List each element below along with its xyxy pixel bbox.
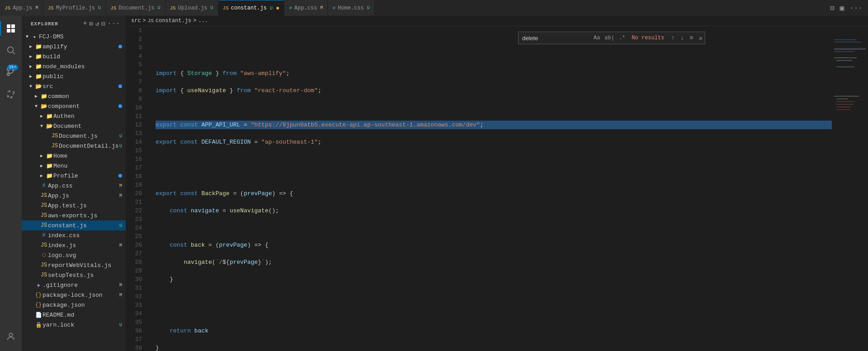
tab-label: constant.js [231,5,267,11]
collapse-icon[interactable]: ⊟ [101,20,105,28]
svg-rect-10 [832,26,868,342]
tab-badge: U [211,5,213,10]
code-editor[interactable]: 1 2 3 4 5 6 7 8 9 10 11 12 13 14 15 16 1 [126,26,832,351]
breadcrumb-js-icon: JS [148,18,154,23]
tree-item-index-js[interactable]: JS index.js M [22,240,126,250]
tree-item-reportwebvitals[interactable]: JS reportWebVitals.js [22,260,126,270]
folder-icon: 📁 [45,173,53,179]
tree-item-document-js[interactable]: JS Document.js U [22,131,126,141]
layout-icon[interactable]: ▣ [838,3,846,14]
activity-explorer[interactable] [0,18,22,39]
tree-item-app-test[interactable]: JS App.test.js [22,201,126,211]
split-editor-icon[interactable]: ⊟ [828,3,836,14]
tree-item-common[interactable]: ▶ 📁 common [22,91,126,101]
more-icon[interactable]: ··· [108,20,120,28]
tree-item-app-css[interactable]: # App.css M [22,181,126,191]
main-layout: 1k+ EXPLORER + ⊞ ↺ ⊟ ··· ▼ ▸ [0,16,868,351]
tree-item-package-lock[interactable]: {} package-lock.json M [22,290,126,300]
tree-item-documentdetail-js[interactable]: JS DocumentDetail.js U [22,141,126,151]
breadcrumb-symbol: ... [198,18,208,24]
tree-badge: M [119,293,122,298]
tree-item-authen[interactable]: ▶ 📁 Authen [22,111,126,121]
tree-item-amplify[interactable]: ▶ 📁 amplify [22,42,126,51]
tree-item-setuptests[interactable]: JS setupTests.js [22,270,126,280]
minimap-svg [832,26,868,342]
close-find-icon[interactable]: ✕ [697,33,705,43]
js-file-icon: JS [40,222,48,229]
json-file-icon: {} [34,292,42,298]
regex-icon[interactable]: .* [617,34,627,42]
js-file-icon: JS [40,202,48,209]
tree-item-document-folder[interactable]: ▼ 📂 Document [22,121,126,131]
tab-home-css[interactable]: # Home.css U [328,0,374,16]
js-file-icon: JS [40,272,48,278]
code-line [156,155,832,164]
tree-item-node-modules[interactable]: ▶ 📁 node_modules [22,61,126,71]
tree-item-menu[interactable]: ▶ 📁 Menu [22,161,126,171]
tree-item-yarn-lock[interactable]: 🔒 yarn.lock U [22,320,126,330]
tree-item-profile[interactable]: ▶ 📁 Profile [22,171,126,181]
breadcrumb-sep1: > [143,18,146,24]
tab-upload-js[interactable]: JS Upload.js U [165,0,218,16]
toggle-replace-icon[interactable]: ≡ [687,33,695,42]
refresh-icon[interactable]: ↺ [95,20,99,28]
folder-icon: 📁 [45,153,53,159]
folder-icon: 📁 [45,163,53,169]
tree-arrow: ▶ [38,163,45,168]
code-line: export const BackPage = (prevPage) => { [156,189,832,198]
new-folder-icon[interactable]: ⊞ [89,20,93,28]
new-file-icon[interactable]: + [83,20,87,28]
tree-item-aws-exports[interactable]: JS aws-exports.js [22,211,126,220]
no-results-label: No results [628,35,668,41]
js-file-icon: JS [110,5,116,11]
code-line [156,103,832,112]
tree-item-readme[interactable]: 📄 README.md [22,310,126,320]
tab-label: Upload.js [178,5,208,11]
tree-item-index-css[interactable]: # index.css [22,230,126,240]
code-line: export const DEFAULT_REGION = "ap-southe… [156,138,832,146]
activity-source-control[interactable]: 1k+ [0,61,22,83]
next-match-icon[interactable]: ↓ [678,33,686,42]
js-file-icon: JS [51,133,59,139]
activity-account[interactable] [0,326,22,347]
tree-item-home[interactable]: ▶ 📁 Home [22,151,126,161]
tree-arrow: ▶ [38,153,45,159]
tree-arrow: ▶ [27,74,34,79]
breadcrumb: src > JS constant.js > ... [126,16,868,26]
match-case-icon[interactable]: Aa [592,34,602,42]
folder-open-icon: 📂 [45,123,53,130]
tab-constant-js[interactable]: JS constant.js U ● [218,0,285,16]
activity-extensions[interactable] [0,83,22,104]
prev-match-icon[interactable]: ↑ [669,33,677,42]
code-line [156,172,832,181]
code-line: import { useNavigate } from "react-route… [156,86,832,95]
more-actions-icon[interactable]: ··· [848,3,864,13]
tree-item-public[interactable]: ▶ 📁 public [22,71,126,81]
js-file-icon: JS [47,5,53,11]
tree-root[interactable]: ▼ ▸ FCJ-DMS [22,32,126,42]
tree-item-logo-svg[interactable]: ⬡ logo.svg [22,250,126,260]
code-line: const navigate = useNavigate(); [156,206,832,215]
folder-icon: 📁 [34,63,42,70]
tree-arrow: ▶ [27,64,34,69]
tab-app-js[interactable]: JS App.js M [0,0,43,16]
folder-icon: 📁 [40,93,48,100]
tree-item-app-js[interactable]: JS App.js M [22,191,126,201]
tree-item-constant-js[interactable]: JS constant.js U [22,220,126,230]
tab-badge: U [367,5,370,10]
js-file-icon: JS [40,242,48,248]
tree-item-package-json[interactable]: {} package.json [22,300,126,310]
tree-item-component[interactable]: ▼ 📂 component [22,101,126,111]
tree-item-build[interactable]: ▶ 📁 build [22,51,126,61]
find-input[interactable] [519,35,591,42]
tab-document-js[interactable]: JS Document.js U [106,0,165,16]
activity-search[interactable] [0,39,22,61]
tree-item-gitignore[interactable]: ◆ .gitignore M [22,280,126,290]
whole-word-icon[interactable]: ab| [603,34,616,42]
tree-item-src[interactable]: ▼ 📂 src [22,81,126,91]
code-line: const back = (prevPage) => { [156,241,832,249]
tab-myprofile-js[interactable]: JS MyProfile.js U [43,0,106,16]
tree-arrow: ▶ [27,44,34,49]
tab-app-css[interactable]: # App.css M [284,0,328,16]
folder-open-icon: 📂 [34,83,42,90]
